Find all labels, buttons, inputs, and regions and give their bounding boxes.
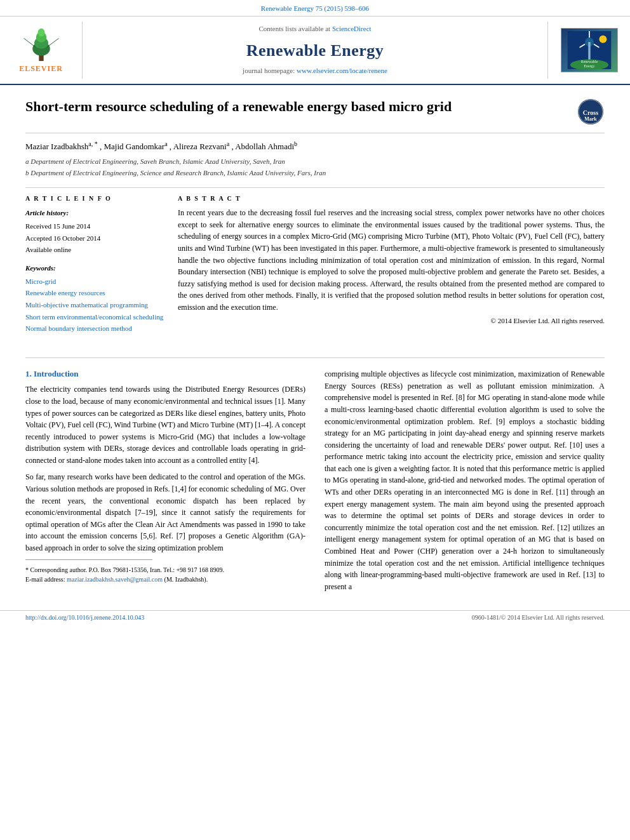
keyword-4[interactable]: Short term environmental/economical sche… bbox=[25, 311, 165, 323]
homepage-line: journal homepage: www.elsevier.com/locat… bbox=[243, 66, 387, 76]
crossmark-icon: Cross Mark bbox=[578, 99, 603, 124]
keyword-2[interactable]: Renewable energy resources bbox=[25, 287, 165, 299]
issn-text: 0960-1481/© 2014 Elsevier Ltd. All right… bbox=[472, 613, 605, 622]
article-info-abstract-section: A R T I C L E I N F O Article history: R… bbox=[25, 187, 605, 335]
affiliations: a Department of Electrical Engineering, … bbox=[25, 156, 605, 178]
journal-title: Renewable Energy bbox=[246, 39, 384, 62]
journal-header-center: Contents lists available at ScienceDirec… bbox=[83, 22, 547, 78]
journal-thumb-image: Renewable Energy bbox=[564, 31, 615, 69]
svg-text:Energy: Energy bbox=[584, 64, 594, 68]
elsevier-logo: ELSEVIER bbox=[16, 27, 67, 74]
accepted-date-row: Accepted 16 October 2014 bbox=[25, 232, 165, 244]
bottom-bar: http://dx.doi.org/10.1016/j.renene.2014.… bbox=[0, 610, 630, 625]
journal-reference-text: Renewable Energy 75 (2015) 598–606 bbox=[261, 4, 369, 12]
keyword-3[interactable]: Multi-objective mathematical programming bbox=[25, 299, 165, 311]
svg-point-4 bbox=[37, 28, 44, 36]
author4-sup: b bbox=[294, 140, 297, 147]
author2-sup: a bbox=[164, 140, 167, 147]
abstract-heading: A B S T R A C T bbox=[178, 194, 605, 203]
journal-thumbnail: Renewable Energy bbox=[561, 28, 618, 72]
accepted-date: Accepted 16 October 2014 bbox=[25, 232, 100, 244]
author4-name: , Abdollah Ahmadi bbox=[231, 142, 294, 151]
abstract-text: In recent years due to the decreasing fo… bbox=[178, 207, 605, 313]
body-two-col: 1. Introduction The electricity companie… bbox=[25, 368, 605, 597]
copyright-line: © 2014 Elsevier Ltd. All rights reserved… bbox=[178, 316, 605, 326]
keyword-1[interactable]: Micro-grid bbox=[25, 276, 165, 288]
sciencedirect-link[interactable]: ScienceDirect bbox=[332, 25, 372, 32]
keywords-label: Keywords: bbox=[25, 262, 165, 274]
footnote-corresponding: * Corresponding author. P.O. Box 79681-1… bbox=[25, 565, 305, 584]
abstract-column: A B S T R A C T In recent years due to t… bbox=[178, 194, 605, 335]
author3-name: , Alireza Rezvani bbox=[170, 142, 227, 151]
author3-sup: a bbox=[227, 140, 229, 147]
author2-name: , Majid Gandomkar bbox=[100, 142, 164, 151]
article-content: Short-term resource scheduling of a rene… bbox=[0, 85, 630, 348]
article-info-column: A R T I C L E I N F O Article history: R… bbox=[25, 194, 165, 335]
svg-text:Renewable: Renewable bbox=[580, 60, 598, 63]
crossmark-badge: Cross Mark bbox=[576, 98, 605, 126]
body-right-column: comprising multiple objectives as lifecy… bbox=[325, 368, 605, 597]
elsevier-logo-section: ELSEVIER bbox=[0, 22, 83, 78]
history-label: Article history: bbox=[25, 207, 165, 219]
elsevier-wordmark: ELSEVIER bbox=[19, 63, 63, 74]
article-info-heading: A R T I C L E I N F O bbox=[25, 194, 165, 203]
homepage-url[interactable]: www.elsevier.com/locate/renene bbox=[297, 67, 387, 74]
svg-text:Cross: Cross bbox=[582, 109, 598, 116]
intro-paragraph-2: So far, many research works have been de… bbox=[25, 471, 305, 554]
right-col-paragraph-1: comprising multiple objectives as lifecy… bbox=[325, 368, 605, 592]
footnote-email: E-mail address: maziar.izadbakhsh.saveh@… bbox=[25, 575, 305, 584]
svg-point-13 bbox=[599, 36, 607, 43]
article-title: Short-term resource scheduling of a rene… bbox=[25, 98, 452, 116]
keyword-5[interactable]: Normal boundary intersection method bbox=[25, 323, 165, 335]
affiliation2: b Department of Electrical Engineering, … bbox=[25, 168, 605, 179]
intro-paragraph-1: The electricity companies tend towards u… bbox=[25, 383, 305, 466]
keywords-section: Keywords: Micro-grid Renewable energy re… bbox=[25, 262, 165, 335]
received-date: Received 15 June 2014 bbox=[25, 220, 90, 232]
received-date-row: Received 15 June 2014 bbox=[25, 220, 165, 232]
article-title-section: Short-term resource scheduling of a rene… bbox=[25, 98, 605, 133]
author1-sup: a, * bbox=[88, 140, 97, 147]
author1-name: Maziar Izadbakhsh bbox=[25, 142, 88, 151]
journal-reference-bar: Renewable Energy 75 (2015) 598–606 bbox=[0, 0, 630, 17]
journal-thumbnail-section: Renewable Energy bbox=[547, 22, 630, 78]
authors-line: Maziar Izadbakhsha, * , Majid Gandomkara… bbox=[25, 140, 605, 153]
svg-text:Mark: Mark bbox=[584, 116, 597, 122]
footnote-divider bbox=[25, 559, 152, 560]
available-online-row: Available online bbox=[25, 244, 165, 256]
body-left-column: 1. Introduction The electricity companie… bbox=[25, 368, 305, 597]
intro-section-title: 1. Introduction bbox=[25, 368, 305, 380]
body-divider bbox=[25, 357, 605, 358]
svg-line-6 bbox=[47, 38, 58, 47]
available-online: Available online bbox=[25, 244, 71, 256]
affiliation1: a Department of Electrical Engineering, … bbox=[25, 156, 605, 168]
contents-line: Contents lists available at ScienceDirec… bbox=[258, 24, 371, 34]
journal-header: ELSEVIER Contents lists available at Sci… bbox=[0, 17, 630, 84]
elsevier-tree-icon bbox=[16, 27, 67, 62]
email-link[interactable]: maziar.izadbakhsh.saveh@gmail.com bbox=[67, 576, 163, 583]
doi-link[interactable]: http://dx.doi.org/10.1016/j.renene.2014.… bbox=[25, 613, 144, 622]
article-history: Article history: Received 15 June 2014 A… bbox=[25, 207, 165, 256]
body-content: 1. Introduction The electricity companie… bbox=[0, 357, 630, 610]
svg-line-5 bbox=[23, 38, 35, 47]
